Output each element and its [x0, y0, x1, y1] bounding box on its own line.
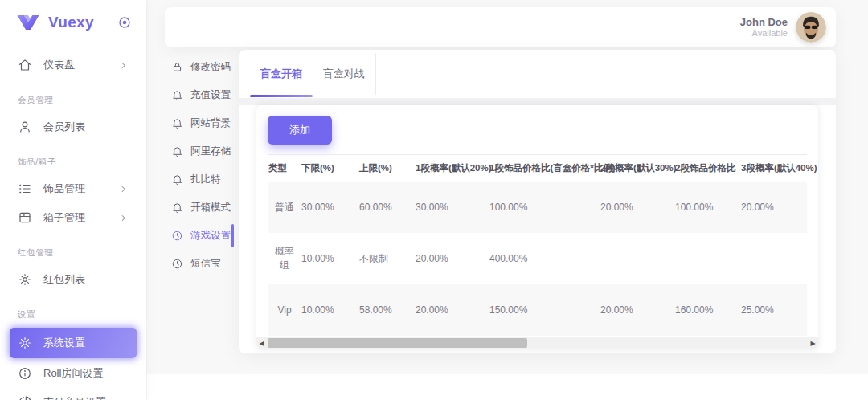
- nav-section-label: 设置: [0, 295, 146, 326]
- chevron-right-icon: [118, 213, 129, 223]
- nav-section-label: 饰品/箱子: [0, 142, 146, 173]
- table-row: 普通30.00%60.00%30.00%100.00%20.00%100.00%…: [268, 182, 807, 233]
- table-row: 概率组10.00%不限制20.00%400.00%: [268, 233, 807, 284]
- lock-icon: [171, 61, 183, 73]
- settings-nav-item-修改密码[interactable]: 修改密码: [165, 53, 239, 81]
- table-cell: 概率组: [268, 233, 301, 284]
- settings-nav: 修改密码充值设置网站背景阿里存储扎比特开箱模式游戏设置短信宝: [165, 50, 239, 353]
- table-cell: 20.00%: [416, 284, 489, 336]
- settings-nav-item-扎比特[interactable]: 扎比特: [165, 165, 239, 194]
- clock-icon: [171, 258, 183, 270]
- table-toolbar: 添加: [256, 105, 818, 154]
- table-cell: 普通: [268, 182, 301, 233]
- settings-nav-item-游戏设置[interactable]: 游戏设置: [165, 222, 239, 250]
- bell-icon: [171, 202, 183, 214]
- settings-nav-label: 开箱模式: [190, 201, 231, 214]
- settings-nav-label: 充值设置: [190, 88, 231, 102]
- settings-nav-item-短信宝[interactable]: 短信宝: [165, 250, 239, 278]
- tab-盲盒对战[interactable]: 盲盒对战: [313, 50, 375, 98]
- table-cell: 100.00%: [675, 182, 741, 233]
- user-meta: John Doe Available: [740, 16, 788, 39]
- sidebar-pin-toggle-icon[interactable]: [117, 15, 132, 30]
- bell-icon: [171, 145, 183, 157]
- settings-nav-item-阿里存储[interactable]: 阿里存储: [165, 137, 239, 165]
- brand-header: Vuexy: [0, 0, 146, 45]
- footer-strip: [147, 374, 868, 400]
- table-cell: 10.00%: [301, 233, 359, 284]
- sidebar-item-label: 红包列表: [43, 272, 129, 287]
- column-header: 类型: [268, 155, 301, 182]
- sidebar-item-系统设置[interactable]: 系统设置: [10, 328, 137, 358]
- table-cell: 160.00%: [675, 284, 741, 336]
- sidebar-item-会员列表[interactable]: 会员列表: [10, 113, 137, 141]
- table-panel: 添加 类型下限(%)上限(%)1段概率(默认20%)1段饰品价格比(盲盒价格*比…: [256, 105, 818, 349]
- chevron-right-icon: [118, 398, 129, 400]
- sidebar-item-label: 箱子管理: [43, 210, 118, 225]
- user-icon: [18, 120, 32, 134]
- table-cell: 400.00%: [489, 233, 600, 284]
- nav-section-label: 会员管理: [0, 80, 146, 112]
- sidebar-item-饰品管理[interactable]: 饰品管理: [10, 175, 137, 202]
- nav-section-label: 红包管理: [0, 233, 146, 264]
- sidebar-nav: 仪表盘会员管理会员列表饰品/箱子饰品管理箱子管理红包管理红包列表设置系统设置Ro…: [0, 45, 146, 400]
- scrollbar-track[interactable]: [267, 337, 808, 349]
- table-cell: [741, 233, 807, 284]
- column-header: 2段概率(默认30%): [600, 155, 675, 182]
- sidebar-item-Roll房间设置[interactable]: Roll房间设置: [10, 360, 137, 387]
- user-avatar[interactable]: [796, 12, 826, 43]
- scrollbar-thumb[interactable]: [268, 338, 527, 348]
- sidebar: Vuexy 仪表盘会员管理会员列表饰品/箱子饰品管理箱子管理红包管理红包列表设置…: [0, 0, 147, 400]
- scroll-right-arrow-icon[interactable]: ▶: [808, 337, 818, 349]
- user-menu[interactable]: John Doe Available: [740, 12, 826, 43]
- column-header: 2段饰品价格比: [675, 155, 741, 182]
- settings-nav-item-开箱模式[interactable]: 开箱模式: [165, 194, 239, 222]
- info-icon: [18, 366, 32, 381]
- sidebar-item-label: 系统设置: [43, 336, 129, 350]
- column-header: 1段饰品价格比(盲盒价格*比例): [489, 155, 600, 182]
- table-cell: 30.00%: [416, 182, 489, 233]
- scroll-left-arrow-icon[interactable]: ◀: [256, 337, 267, 349]
- tab-divider: [375, 53, 376, 95]
- settings-nav-item-充值设置[interactable]: 充值设置: [165, 81, 239, 109]
- gear-icon: [18, 272, 32, 287]
- table-cell: 60.00%: [359, 182, 416, 233]
- sidebar-item-支付商号设置[interactable]: 支付商号设置: [10, 389, 137, 400]
- table-cell: 20.00%: [600, 182, 675, 233]
- column-header: 上限(%): [359, 155, 416, 182]
- gear-icon: [18, 336, 32, 350]
- table-cell: Vip: [268, 284, 301, 336]
- sidebar-item-label: 会员列表: [43, 120, 129, 134]
- horizontal-scrollbar[interactable]: ◀ ▶: [256, 337, 818, 349]
- table-cell: 25.00%: [741, 284, 807, 336]
- box-icon: [18, 210, 32, 225]
- sidebar-item-label: 仪表盘: [43, 58, 118, 72]
- table-cell: 不限制: [359, 233, 416, 284]
- content-area: 修改密码充值设置网站背景阿里存储扎比特开箱模式游戏设置短信宝 盲盒开箱盲盒对战 …: [165, 50, 836, 353]
- column-header: 3段概率(默认40%): [741, 155, 807, 182]
- tabs-divider-strip: [239, 98, 836, 105]
- sidebar-item-label: 支付商号设置: [43, 395, 118, 400]
- table-cell: [675, 233, 741, 284]
- tab-盲盒开箱[interactable]: 盲盒开箱: [250, 50, 313, 98]
- settings-nav-label: 阿里存储: [190, 145, 231, 158]
- table-cell: 10.00%: [301, 284, 359, 336]
- sidebar-item-label: Roll房间设置: [43, 366, 129, 381]
- sidebar-item-箱子管理[interactable]: 箱子管理: [10, 204, 137, 231]
- chevron-right-icon: [118, 184, 129, 194]
- tabs-bar: 盲盒开箱盲盒对战: [239, 50, 836, 98]
- bell-icon: [171, 89, 183, 101]
- table-cell: 20.00%: [741, 182, 807, 233]
- settings-nav-item-网站背景[interactable]: 网站背景: [165, 109, 239, 137]
- table-header-row: 类型下限(%)上限(%)1段概率(默认20%)1段饰品价格比(盲盒价格*比例)2…: [268, 155, 807, 182]
- settings-nav-label: 短信宝: [190, 257, 221, 271]
- settings-card: 盲盒开箱盲盒对战 添加 类型下限(%)上限(%)1段概率(默认20%)1段饰品价…: [239, 50, 836, 353]
- clock-icon: [171, 230, 183, 242]
- top-navbar: John Doe Available: [165, 7, 836, 47]
- sidebar-item-红包列表[interactable]: 红包列表: [10, 266, 137, 293]
- brand-name: Vuexy: [48, 14, 117, 31]
- add-button[interactable]: 添加: [268, 116, 332, 145]
- sidebar-item-label: 饰品管理: [43, 182, 118, 196]
- settings-nav-label: 游戏设置: [190, 229, 231, 243]
- sidebar-item-仪表盘[interactable]: 仪表盘: [10, 51, 137, 79]
- table-row: Vip10.00%58.00%20.00%150.00%20.00%160.00…: [268, 284, 807, 336]
